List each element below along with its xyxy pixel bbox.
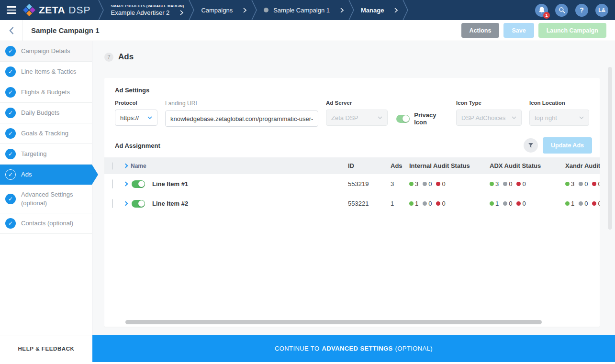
hamburger-menu-icon[interactable] xyxy=(0,0,23,20)
breadcrumb: SMART PROJECTS (VARIABLE MARGIN) Example… xyxy=(98,0,530,20)
column-header-id: ID xyxy=(348,162,391,169)
pending-dot-icon xyxy=(503,182,507,186)
sidebar-item-contacts[interactable]: ✓ Contacts (optional) xyxy=(0,213,92,234)
brand-dsp-text: DSP xyxy=(68,4,90,16)
notifications-button[interactable]: 1 xyxy=(535,4,548,17)
approved-dot-icon xyxy=(490,182,494,186)
line-item-ads-count: 3 xyxy=(391,180,409,188)
chevron-down-icon xyxy=(378,116,382,119)
table-header-row: Name ID Ads Internal Audit Status ADX Au… xyxy=(104,157,600,174)
ad-server-label: Ad Server xyxy=(326,100,388,106)
step-number-badge: 7 xyxy=(104,53,113,62)
row-checkbox[interactable] xyxy=(112,199,113,208)
check-circle-icon: ✓ xyxy=(5,66,16,77)
breadcrumb-separator xyxy=(348,0,354,20)
column-header-ads: Ads xyxy=(391,162,409,169)
help-button[interactable]: ? xyxy=(575,4,588,17)
page-title: Sample Campaign 1 xyxy=(31,26,100,34)
rejected-dot-icon xyxy=(592,201,596,206)
icon-type-select[interactable]: DSP AdChoices xyxy=(456,110,522,126)
search-button[interactable] xyxy=(555,4,568,17)
brand-logo[interactable]: ZETA DSP xyxy=(23,0,98,20)
expand-row-chevron-icon[interactable] xyxy=(123,182,128,187)
privacy-icon-toggle[interactable] xyxy=(396,115,410,123)
sidebar-item-ads[interactable]: ✓ Ads xyxy=(0,165,92,185)
filter-funnel-icon xyxy=(527,142,534,149)
sidebar-item-targeting[interactable]: ✓ Targeting xyxy=(0,144,92,165)
launch-campaign-button[interactable]: Launch Campaign xyxy=(538,23,606,38)
check-circle-outline-icon: ✓ xyxy=(5,169,16,180)
check-circle-icon: ✓ xyxy=(5,46,16,56)
ad-assignment-header: Ad Assignment Update Ads xyxy=(104,136,600,155)
line-item-enabled-toggle[interactable] xyxy=(132,200,145,208)
manage-label: Manage xyxy=(361,7,384,14)
back-button[interactable] xyxy=(0,20,23,41)
sidebar-item-goals-tracking[interactable]: ✓ Goals & Tracking xyxy=(0,123,92,144)
adx-audit-status: 3 0 0 xyxy=(490,180,565,188)
approved-dot-icon xyxy=(490,201,494,206)
column-header-internal-audit: Internal Audit Status xyxy=(409,162,490,169)
chevron-right-icon xyxy=(340,8,344,13)
sidebar-item-daily-budgets[interactable]: ✓ Daily Budgets xyxy=(0,103,92,123)
table-row-line-item-2: Line Item #2 553221 1 1 0 0 1 0 0 xyxy=(104,194,600,213)
horizontal-scrollbar-thumb[interactable] xyxy=(125,320,542,324)
question-mark-icon: ? xyxy=(580,6,584,14)
line-item-id: 553221 xyxy=(348,200,391,207)
line-item-enabled-toggle[interactable] xyxy=(132,180,145,188)
breadcrumb-separator xyxy=(403,0,408,20)
chevron-left-icon xyxy=(9,26,14,35)
horizontal-scrollbar[interactable] xyxy=(105,320,599,325)
help-feedback-button[interactable]: HELP & FEEDBACK xyxy=(0,335,92,362)
breadcrumb-advertiser[interactable]: SMART PROJECTS (VARIABLE MARGIN) Example… xyxy=(104,0,189,20)
column-header-xandr-audit: Xandr Audit Status xyxy=(565,162,600,169)
sidebar-item-flights-budgets[interactable]: ✓ Flights & Budgets xyxy=(0,82,92,103)
landing-url-label: Landing URL xyxy=(165,100,318,107)
line-item-ads-count: 1 xyxy=(391,200,409,207)
select-all-checkbox[interactable] xyxy=(112,162,113,170)
chevron-down-icon xyxy=(147,116,152,119)
ad-server-select[interactable]: Zeta DSP xyxy=(326,110,388,126)
ad-assignment-title: Ad Assignment xyxy=(115,142,160,149)
filter-button[interactable] xyxy=(524,138,538,153)
brand-zeta-text: ZETA xyxy=(39,4,65,16)
row-checkbox[interactable] xyxy=(112,179,113,188)
campaigns-label: Campaigns xyxy=(201,7,233,14)
pending-dot-icon xyxy=(579,182,583,186)
rejected-dot-icon xyxy=(516,201,521,206)
vertical-scrollbar-thumb[interactable] xyxy=(608,67,612,230)
advertiser-name: Example Advertiser 2 xyxy=(111,9,169,16)
breadcrumb-separator xyxy=(189,0,194,20)
continue-to-advanced-settings-button[interactable]: CONTINUE TO ADVANCED SETTINGS (OPTIONAL) xyxy=(92,335,615,362)
user-avatar[interactable]: L& xyxy=(595,4,608,17)
breadcrumb-manage[interactable]: Manage xyxy=(354,0,403,20)
expand-all-chevron-icon[interactable] xyxy=(123,164,128,168)
line-item-name: Line Item #2 xyxy=(152,200,188,207)
sidebar-item-line-items-tactics[interactable]: ✓ Line Items & Tactics xyxy=(0,62,92,82)
sidebar-item-advanced-settings[interactable]: ✓ Advanced Settings (optional) xyxy=(0,185,92,213)
internal-audit-status: 3 0 0 xyxy=(409,180,490,188)
ad-settings-section: Ad Settings Protocol https:// Landing UR… xyxy=(104,78,600,127)
notification-count-badge: 1 xyxy=(543,12,550,19)
icon-location-label: Icon Location xyxy=(529,100,589,106)
breadcrumb-campaigns[interactable]: Campaigns xyxy=(194,0,251,20)
breadcrumb-campaign[interactable]: Sample Campaign 1 xyxy=(257,0,348,20)
icon-location-select[interactable]: top right xyxy=(529,110,589,126)
update-ads-button[interactable]: Update Ads xyxy=(543,137,592,154)
expand-row-chevron-icon[interactable] xyxy=(123,201,128,206)
internal-audit-status: 1 0 0 xyxy=(409,200,490,207)
column-header-adx-audit: ADX Audit Status xyxy=(490,162,565,169)
landing-url-input[interactable] xyxy=(165,110,318,127)
pending-dot-icon xyxy=(579,201,583,206)
ad-settings-title: Ad Settings xyxy=(115,87,589,94)
campaign-name-label: Sample Campaign 1 xyxy=(273,7,330,14)
approved-dot-icon xyxy=(565,201,570,206)
sidebar-item-campaign-details[interactable]: ✓ Campaign Details xyxy=(0,41,92,62)
column-header-name: Name xyxy=(131,163,146,169)
protocol-label: Protocol xyxy=(115,100,157,106)
actions-button[interactable]: Actions xyxy=(461,23,500,38)
header-action-buttons: Actions Save Launch Campaign xyxy=(461,23,606,38)
save-button[interactable]: Save xyxy=(503,23,534,38)
advertiser-project-label: SMART PROJECTS (VARIABLE MARGIN) xyxy=(111,4,184,8)
section-title: Ads xyxy=(118,52,134,62)
protocol-select[interactable]: https:// xyxy=(115,110,157,126)
